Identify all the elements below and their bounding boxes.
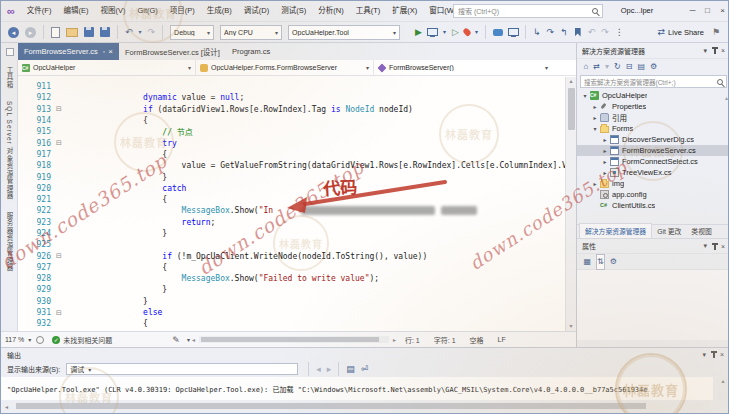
toolbar-overflow-icon[interactable]: ⋮ [615,25,624,39]
scroll-up-icon[interactable]: ▴ [725,94,728,101]
side-tab-0[interactable]: 工具箱 [4,66,14,89]
pin-icon[interactable] [713,351,715,358]
breadcrumb-member-dropdown[interactable]: FormBrowseServer() ▾ [374,60,552,75]
code-text[interactable]: // 节点 [66,126,565,137]
code-text[interactable]: { [66,195,565,204]
zoom-level[interactable]: 117 % [5,336,24,343]
fold-marker-icon[interactable]: ⊟ [56,139,66,147]
scroll-down-icon[interactable]: ▾ [569,322,572,329]
start-debugging-icon[interactable]: ▶ [415,25,422,39]
menu-item-1[interactable]: 编辑(E) [57,1,94,21]
chevron-down-icon[interactable]: ▾ [28,336,31,343]
start-without-debugging-icon[interactable]: ▷ [452,25,459,39]
property-pages-icon[interactable]: ⚙ [610,255,617,269]
scroll-left-icon[interactable]: ◂ [5,403,8,410]
code-text[interactable]: } [66,285,565,294]
solution-search-box[interactable]: 搜索解决方案资源管理器(Ctrl+;) [580,75,727,88]
tree-item[interactable]: ▾Forms [577,123,729,134]
navigate-back-icon[interactable]: ◂ [8,27,19,38]
hot-reload-icon[interactable] [462,27,472,37]
edit-suggestions-icon[interactable]: ✎ [172,333,180,347]
pin-icon[interactable] [714,243,716,250]
document-tab[interactable]: FormBrowseServer.cs◦× [18,43,119,60]
save-all-icon[interactable] [100,27,110,37]
code-text[interactable]: else [66,308,565,317]
chevron-down-icon[interactable]: ▾ [187,336,190,343]
output-text-area[interactable]: "OpcUaHelper.Tool.exe" (CLR v4.0.30319: … [1,377,713,400]
tree-item[interactable]: ▸img [577,178,729,189]
chevron-down-icon[interactable]: ▾ [443,25,446,39]
step-over-icon[interactable]: ↷ [547,25,555,39]
panel-tab-0[interactable]: 解决方案资源管理器 [579,223,652,238]
open-file-icon[interactable] [66,28,78,37]
output-horizontal-scrollbar[interactable]: ◂ [3,402,709,410]
code-text[interactable]: value = GetValueFromString(dataGridView1… [66,161,565,170]
preview-in-browser-icon[interactable] [508,28,519,36]
code-text[interactable]: { [66,116,565,125]
previous-message-icon[interactable]: ◂ [316,362,321,376]
close-icon[interactable]: × [720,351,724,358]
pin-icon[interactable] [714,47,716,54]
tree-item[interactable]: ▸FormConnectSelect.cs [577,156,729,167]
editor-vertical-scrollbar[interactable]: ▴ ▾ [565,77,576,331]
undo-icon[interactable]: ↶ [125,25,133,39]
chevron-down-icon[interactable]: ▾ [702,351,706,359]
menu-item-5[interactable]: 生成(B) [201,1,238,21]
feedback-flag-icon[interactable]: ⚑ [712,25,720,39]
code-text[interactable]: } [66,297,565,306]
expand-icon[interactable]: ▸ [591,180,599,187]
status-spaces[interactable]: 空格 [470,335,484,345]
breadcrumb-project-dropdown[interactable]: OpcUaHelper ▾ [18,60,196,75]
show-all-files-icon[interactable]: ▤ [637,60,645,74]
comment-icon[interactable] [493,29,503,36]
menu-item-0[interactable]: 文件(F) [21,1,58,21]
code-text[interactable]: MessageBox.Show("Failed to write value")… [66,274,565,283]
document-tab[interactable]: Program.cs [226,43,276,60]
navigate-forward-icon[interactable]: ▸ [25,27,36,38]
startup-project-dropdown[interactable]: OpcUaHelper.Tool ▾ [288,25,400,40]
scroll-up-icon[interactable]: ▴ [569,77,572,84]
tree-item[interactable]: app.config [577,189,729,200]
code-text[interactable]: try [66,139,565,148]
tree-item[interactable]: ▸TreeViewEx.cs [577,167,729,178]
collapse-all-icon[interactable]: ⊟ [626,60,633,74]
sync-with-active-document-icon[interactable]: ⇄ [593,60,600,74]
document-outline-icon[interactable] [36,336,44,344]
code-text[interactable]: dynamic value = null; [66,93,565,102]
scroll-left-icon[interactable]: ◂ [192,336,195,343]
save-icon[interactable] [84,27,94,37]
code-text[interactable]: { [66,263,565,272]
expand-icon[interactable]: ▾ [591,125,599,132]
chevron-down-icon[interactable]: ▾ [703,47,707,55]
menu-item-3[interactable]: Git(G) [131,1,163,21]
menu-item-7[interactable]: 测试(S) [275,1,312,21]
scroll-up-icon[interactable]: ▴ [721,378,724,384]
code-text[interactable]: if (dataGridView1.Rows[e.RowIndex].Tag i… [66,105,565,114]
code-text[interactable]: } [66,229,565,238]
chevron-down-icon[interactable]: ▾ [703,242,707,250]
menu-item-9[interactable]: 工具(T) [350,1,387,21]
close-icon[interactable]: × [721,243,725,250]
code-text[interactable]: catch [66,184,565,193]
scrollbar-thumb[interactable] [16,403,646,409]
scrollbar-thumb[interactable] [568,88,575,130]
expand-icon[interactable]: ▾ [581,92,589,99]
live-share-button[interactable]: ⇄ Live Share [655,25,704,39]
panel-tab-2[interactable]: 类视图 [686,224,716,238]
status-eol[interactable]: LF [498,336,506,343]
close-icon[interactable]: × [721,47,725,54]
tree-item[interactable]: ▸Properties [577,101,729,112]
code-editor[interactable]: OpcUaHelper ▾ OpcUaHelper.Forms.FormBrow… [18,60,576,331]
tab-close-icon[interactable]: × [108,47,113,56]
refresh-icon[interactable]: ↻ [614,60,621,74]
code-text[interactable]: if (!m_OpcUaClient.WriteNode(nodeId.ToSt… [66,252,565,261]
panel-tab-1[interactable]: Git 更改 [652,224,686,238]
expand-icon[interactable]: ▸ [601,169,609,176]
clear-all-icon[interactable]: ▤ [346,362,355,376]
new-file-icon[interactable] [51,27,60,38]
home-icon[interactable]: ⌂ [584,60,589,74]
output-source-dropdown[interactable]: 调试 ▾ [66,363,298,375]
fold-marker-icon[interactable]: ⊟ [56,105,66,113]
expand-icon[interactable]: ▸ [601,147,609,154]
tab-pin-icon[interactable]: ◦ [103,48,105,55]
